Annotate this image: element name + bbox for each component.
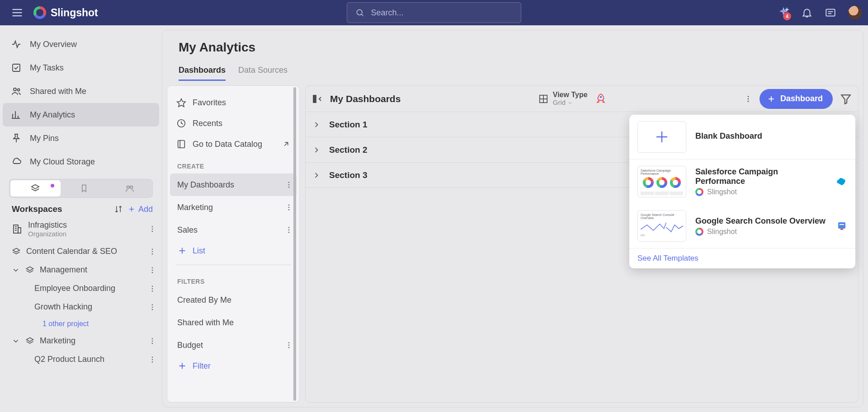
popup-item-title: Google Search Console Overview (695, 216, 827, 226)
popup-see-all-templates[interactable]: See All Templates (629, 248, 855, 268)
svg-point-41 (152, 306, 153, 308)
svg-rect-8 (13, 64, 20, 71)
panel-data-catalog[interactable]: Go to Data Catalog (170, 134, 297, 154)
more-vertical-icon[interactable] (285, 341, 293, 349)
ws-child-name: Employee Onboarding (34, 284, 143, 293)
ws-growth-hacking[interactable]: Growth Hacking (3, 298, 159, 316)
layers-icon (25, 266, 34, 275)
svg-point-32 (152, 253, 153, 254)
ws-employee-onboarding[interactable]: Employee Onboarding (3, 279, 159, 298)
dashboard-title: My Dashboards (330, 94, 401, 104)
more-vertical-icon[interactable] (285, 226, 293, 234)
slingshot-mini-logo-icon (695, 188, 703, 196)
panel-my-dashboards[interactable]: My Dashboards (170, 173, 297, 196)
popup-template-google-search[interactable]: Google Search Console Overview KPI Googl… (629, 204, 855, 248)
more-vertical-icon[interactable] (148, 225, 156, 233)
popup-blank-dashboard[interactable]: Blank Dashboard (629, 115, 855, 159)
new-dashboard-button[interactable]: Dashboard (760, 89, 833, 109)
svg-point-62 (288, 232, 290, 233)
section-label: Section 2 (329, 145, 367, 155)
chevron-down-icon (567, 100, 573, 106)
ws-marketing[interactable]: Marketing (3, 332, 159, 350)
user-avatar[interactable] (848, 6, 862, 19)
brand[interactable]: Slingshot (33, 6, 98, 19)
rocket-icon[interactable] (595, 93, 607, 105)
chevron-down-icon[interactable] (12, 266, 20, 274)
view-type-label: View Type (553, 91, 588, 98)
plus-icon (767, 94, 776, 103)
sidebar-tab-bookmark[interactable] (61, 179, 107, 197)
nav-label: My Pins (30, 134, 59, 143)
more-vertical-icon[interactable] (148, 266, 156, 274)
search-input[interactable] (371, 8, 513, 18)
more-vertical-icon[interactable] (744, 95, 752, 103)
chat-icon[interactable] (825, 7, 836, 19)
nav-my-overview[interactable]: My Overview (3, 33, 159, 56)
sparkle-icon[interactable]: 4 (778, 7, 789, 19)
svg-point-48 (152, 359, 153, 360)
bell-icon[interactable] (801, 7, 813, 19)
ws-content-calendar[interactable]: Content Calendar & SEO (3, 242, 159, 261)
popup-item-sub: Slingshot (695, 188, 826, 196)
nav-my-tasks[interactable]: My Tasks (3, 56, 159, 80)
ws-q2-product-launch[interactable]: Q2 Product Launch (3, 350, 159, 369)
nav-shared-with-me[interactable]: Shared with Me (3, 80, 159, 103)
global-search[interactable] (347, 2, 521, 23)
svg-point-39 (152, 290, 153, 291)
more-vertical-icon[interactable] (285, 181, 293, 189)
svg-marker-33 (27, 267, 33, 270)
panel-scrollbar[interactable] (293, 87, 296, 401)
chevron-down-icon[interactable] (12, 337, 20, 345)
popup-template-salesforce[interactable]: Salesforce Campaign Performance Salesfor… (629, 159, 855, 204)
filter-icon[interactable] (840, 93, 852, 105)
chevron-right-icon (312, 145, 321, 154)
panel-add-filter[interactable]: Filter (170, 356, 297, 375)
more-vertical-icon[interactable] (148, 303, 156, 311)
workspaces-title: Workspaces (12, 204, 109, 214)
panel-filter-shared-with-me[interactable]: Shared with Me (170, 311, 297, 334)
analytics-panel: Favorites Recents Go to Data Catalog CRE… (167, 85, 300, 403)
panel-recents[interactable]: Recents (170, 113, 297, 134)
panel-sales[interactable]: Sales (170, 219, 297, 241)
add-workspace-button[interactable]: Add (127, 205, 153, 214)
ws-management[interactable]: Management (3, 261, 159, 279)
hamburger-menu-icon[interactable] (11, 6, 24, 19)
panel-marketing[interactable]: Marketing (170, 196, 297, 219)
tab-data-sources[interactable]: Data Sources (238, 66, 288, 81)
more-vertical-icon[interactable] (148, 337, 156, 345)
more-vertical-icon[interactable] (285, 203, 293, 211)
panel-filter-budget[interactable]: Budget (170, 334, 297, 356)
sidebar-tab-people[interactable] (107, 179, 152, 197)
tab-dashboards[interactable]: Dashboards (179, 66, 226, 81)
salesforce-cloud-icon (835, 176, 847, 187)
nav-my-pins[interactable]: My Pins (3, 126, 159, 150)
topbar: Slingshot 4 (0, 0, 868, 25)
panel-filter-created-by-me[interactable]: Created By Me (170, 289, 297, 311)
ws-other-projects-link[interactable]: 1 other project (3, 316, 159, 332)
more-vertical-icon[interactable] (148, 356, 156, 364)
more-vertical-icon[interactable] (148, 285, 156, 293)
popup-item-title: Salesforce Campaign Performance (695, 167, 826, 186)
svg-point-77 (748, 100, 749, 102)
svg-point-75 (748, 96, 749, 97)
svg-point-56 (288, 187, 290, 188)
view-type-selector[interactable]: View Type Grid (538, 91, 588, 106)
plus-icon (654, 129, 670, 145)
nav-my-analytics[interactable]: My Analytics (3, 103, 159, 126)
sort-icon[interactable] (114, 205, 123, 214)
sidebar-tab-layers[interactable] (10, 180, 61, 197)
nav-my-cloud-storage[interactable]: My Cloud Storage (3, 150, 159, 173)
panel-add-list[interactable]: List (170, 241, 297, 260)
page-title: My Analytics (179, 40, 847, 55)
panel-favorites[interactable]: Favorites (170, 92, 297, 113)
svg-point-47 (152, 356, 153, 358)
people-icon (125, 183, 135, 193)
collapse-panel-icon[interactable] (312, 94, 323, 104)
svg-rect-52 (178, 140, 185, 148)
more-vertical-icon[interactable] (148, 248, 156, 256)
google-search-console-icon (836, 220, 847, 231)
ws-name: Infragistics (28, 220, 143, 230)
sidebar-tab-dot (51, 184, 54, 187)
svg-marker-29 (13, 248, 20, 252)
ws-infragistics[interactable]: Infragistics Organization (3, 216, 159, 242)
